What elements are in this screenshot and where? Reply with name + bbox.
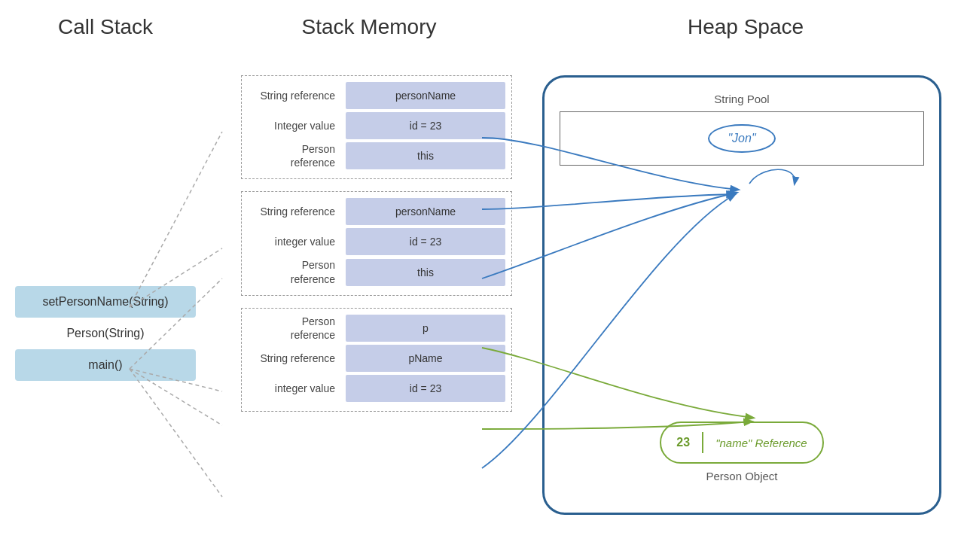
memory-label-2-0: Personreference [248,315,346,342]
memory-row-0-1: Integer value id = 23 [248,112,505,139]
memory-cell-0-0: personName [346,82,505,109]
memory-cell-2-1: pName [346,345,505,372]
memory-label-0-2: Personreference [248,142,346,169]
call-stack-title: Call Stack [58,0,153,47]
memory-cell-1-2: this [346,259,505,286]
memory-group-1: String reference personName integer valu… [241,191,512,295]
memory-label-2-2: integer value [248,382,346,395]
memory-row-1-2: Personreference this [248,258,505,285]
memory-row-2-1: String reference pName [248,345,505,372]
memory-row-0-2: Personreference this [248,142,505,169]
memory-label-2-1: String reference [248,352,346,365]
person-divider [702,432,703,453]
string-pool-box: "Jon" [560,111,924,166]
jon-ellipse: "Jon" [708,124,775,153]
memory-cell-2-0: p [346,315,505,342]
memory-label-1-1: integer value [248,235,346,248]
heap-space-title: Heap Space [688,0,804,47]
call-stack-items: setPersonName(String) Person(String) mai… [15,286,196,381]
memory-row-1-1: integer value id = 23 [248,228,505,255]
main-container: Call Stack setPersonName(String) Person(… [0,0,964,560]
memory-row-1-0: String reference personName [248,198,505,225]
heap-space-section: Heap Space String Pool "Jon" 23 "name" R… [527,0,964,560]
memory-cell-1-0: personName [346,198,505,225]
memory-cell-1-1: id = 23 [346,228,505,255]
call-stack-item-1: Person(String) [15,318,196,349]
call-stack-item-2: main() [15,349,196,381]
memory-row-2-2: integer value id = 23 [248,375,505,402]
heap-container: String Pool "Jon" 23 "name" Reference Pe… [542,75,941,515]
person-object-ellipse: 23 "name" Reference [660,422,823,464]
call-stack-item-0: setPersonName(String) [15,286,196,318]
memory-cell-2-2: id = 23 [346,375,505,402]
person-object-label: Person Object [706,470,777,482]
memory-group-0: String reference personName Integer valu… [241,75,512,179]
stack-memory-section: Stack Memory String reference personName… [211,0,527,560]
memory-label-0-1: Integer value [248,119,346,132]
stack-memory-title: Stack Memory [302,0,437,47]
memory-label-0-0: String reference [248,89,346,102]
memory-label-1-0: String reference [248,205,346,218]
person-object-area: 23 "name" Reference Person Object [560,422,924,482]
person-name-ref: "name" Reference [715,437,807,449]
memory-row-0-0: String reference personName [248,82,505,109]
memory-label-1-2: Personreference [248,258,346,285]
memory-row-2-0: Personreference p [248,315,505,342]
memory-group-2: Personreference p String reference pName… [241,308,512,412]
call-stack-section: Call Stack setPersonName(String) Person(… [0,0,211,560]
memory-cell-0-1: id = 23 [346,112,505,139]
person-id: 23 [676,436,702,449]
memory-cell-0-2: this [346,142,505,169]
stack-memory-groups: String reference personName Integer valu… [241,75,512,424]
string-pool-label: String Pool [560,93,924,105]
